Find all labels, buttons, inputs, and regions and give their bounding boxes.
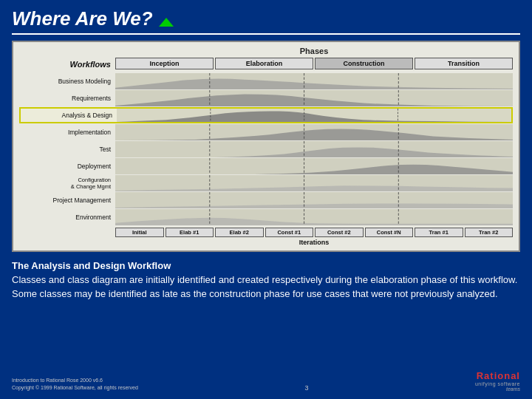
main-text: The Analysis and Design Workflow Classes… <box>12 259 520 301</box>
green-arrow-icon <box>159 18 174 27</box>
wf-chart-config <box>115 175 513 191</box>
phase-boxes: Inception Elaboration Construction Trans… <box>115 58 513 69</box>
workflow-row-test: Test <box>19 141 513 157</box>
wf-label-analysis-design: Analysis & Design <box>21 112 117 119</box>
wf-chart-test <box>115 141 513 157</box>
iterations-label: Iterations <box>115 239 513 246</box>
footer-line2: Copyright © 1999 Rational Software, all … <box>12 384 138 392</box>
phases-header-row: Phases <box>19 47 513 55</box>
workflow-row-requirements: Requirements <box>19 90 513 106</box>
diagram-container: Phases Workflows Inception Elaboration C… <box>12 41 520 252</box>
iter-const1: Const #1 <box>265 228 314 237</box>
wf-label-implementation: Implementation <box>19 129 115 136</box>
iter-const2: Const #2 <box>315 228 364 237</box>
body-paragraph: Classes and class diagram are initially … <box>12 274 517 299</box>
logo-sub-text: unifying software <box>475 381 520 386</box>
iter-elab2: Elab #2 <box>215 228 264 237</box>
iter-tran1: Tran #1 <box>415 228 463 237</box>
workflow-row-environment: Environment <box>19 209 513 225</box>
wf-chart-deployment <box>115 158 513 174</box>
footer-line1: Introduction to Rational Rose 2000 v6.6 <box>12 377 138 384</box>
phases-boxes-row: Workflows Inception Elaboration Construc… <box>19 57 513 70</box>
wf-label-environment: Environment <box>19 214 115 221</box>
iter-initial: Initial <box>115 228 164 237</box>
wf-label-deployment: Deployment <box>19 163 115 170</box>
wf-label-test: Test <box>19 146 115 153</box>
wf-chart-implementation <box>115 124 513 140</box>
workflow-row-business-modeling: Business Modeling <box>19 73 513 89</box>
wf-label-project-mgmt: Project Management <box>19 197 115 204</box>
wf-chart-business-modeling <box>115 73 513 89</box>
workflow-row-config: Configuration& Change Mgmt <box>19 175 513 191</box>
content-area: Phases Workflows Inception Elaboration C… <box>12 41 520 392</box>
workflow-row-deployment: Deployment <box>19 158 513 174</box>
page-title: Where Are We? <box>12 7 153 30</box>
workflow-row-analysis-design: Analysis & Design <box>19 107 513 123</box>
phase-construction: Construction <box>315 58 413 69</box>
workflows-label: Workflows <box>70 60 111 69</box>
wf-label-business-modeling: Business Modeling <box>19 78 115 85</box>
iter-boxes-row: Initial Elab #1 Elab #2 Const #1 Const #… <box>115 228 513 237</box>
phases-label: Phases <box>115 47 513 55</box>
phase-inception: Inception <box>115 58 214 69</box>
footer-page-number: 3 <box>304 384 308 392</box>
logo-rational-text: Rational <box>477 370 520 381</box>
body-heading: The Analysis and Design Workflow <box>12 259 520 273</box>
title-bar: Where Are We? <box>12 7 520 35</box>
logo-tag-text: teams <box>506 386 520 392</box>
phase-transition: Transition <box>415 58 513 69</box>
wf-chart-environment <box>115 209 513 225</box>
iterations-row: Initial Elab #1 Elab #2 Const #1 Const #… <box>19 228 513 246</box>
iter-constn: Const #N <box>365 228 414 237</box>
footer-left: Introduction to Rational Rose 2000 v6.6 … <box>12 377 138 392</box>
workflow-row-project-mgmt: Project Management <box>19 192 513 208</box>
workflow-row-implementation: Implementation <box>19 124 513 140</box>
phase-elaboration: Elaboration <box>215 58 313 69</box>
iter-tran2: Tran #2 <box>465 228 514 237</box>
wf-label-config: Configuration& Change Mgmt <box>19 177 115 190</box>
iter-elab1: Elab #1 <box>166 228 214 237</box>
wf-chart-project-mgmt <box>115 192 513 208</box>
wf-chart-requirements <box>115 90 513 106</box>
wf-chart-analysis-design <box>117 109 511 122</box>
wf-label-requirements: Requirements <box>19 95 115 102</box>
iteration-boxes: Initial Elab #1 Elab #2 Const #1 Const #… <box>115 228 513 246</box>
footer-logo: Rational unifying software teams <box>475 370 520 392</box>
page-container: Where Are We? Phases Workflows Inception… <box>0 0 532 399</box>
footer-row: Introduction to Rational Rose 2000 v6.6 … <box>12 370 520 392</box>
